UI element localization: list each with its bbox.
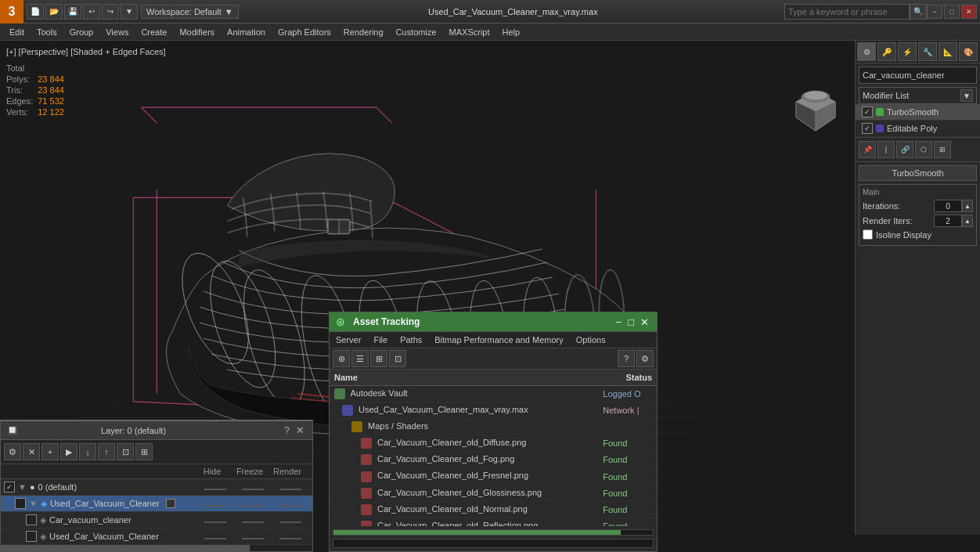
layer-expand-1[interactable]: ▼ <box>29 499 38 508</box>
layer-freeze-3[interactable] <box>234 532 272 541</box>
asset-tool-vault[interactable]: ⊛ <box>333 350 350 367</box>
layer-render-2[interactable] <box>272 515 309 525</box>
layer-hide-1[interactable] <box>196 499 234 508</box>
undo-button[interactable]: ↩ <box>83 4 100 20</box>
layer-tool-delete[interactable]: ✕ <box>23 443 40 460</box>
panel-icon-5[interactable]: 📐 <box>939 42 957 61</box>
asset-tool-help[interactable]: ? <box>618 350 635 367</box>
navigation-cube[interactable] <box>792 88 839 135</box>
asset-tool-settings[interactable]: ⚙ <box>636 350 654 367</box>
workspace-selector[interactable]: Workspace: Default ▼ <box>141 5 239 19</box>
menu-maxscript[interactable]: MAXScript <box>443 26 496 38</box>
menu-edit[interactable]: Edit <box>3 26 31 38</box>
layer-check-2[interactable] <box>26 514 37 525</box>
menu-animation[interactable]: Animation <box>221 26 272 38</box>
menu-graph-editors[interactable]: Graph Editors <box>272 26 337 38</box>
layer-scrollbar-thumb[interactable] <box>1 545 250 551</box>
search-input[interactable] <box>784 4 910 20</box>
modifier-check-1[interactable]: ✓ <box>862 106 873 117</box>
asset-maximize-button[interactable]: □ <box>626 316 636 328</box>
asset-row-5[interactable]: Car_Vacuum_Cleaner_old_Fresnel.png Found <box>330 468 657 485</box>
layer-check-0[interactable]: ✓ <box>4 482 15 492</box>
modifier-check-2[interactable]: ✓ <box>862 123 873 134</box>
asset-table-container[interactable]: Name Status Autodesk Vault Logged O Used… <box>330 370 657 526</box>
asset-menu-options[interactable]: Options <box>573 334 609 346</box>
panel-icon-1[interactable]: ⚙ <box>857 42 876 61</box>
layer-tool-extra2[interactable]: ⊞ <box>135 443 153 460</box>
redo-button[interactable]: ↪ <box>102 4 119 20</box>
layer-hide-3[interactable] <box>196 532 234 541</box>
open-button[interactable]: 📂 <box>45 4 63 20</box>
layer-hide-0[interactable] <box>196 482 234 492</box>
layer-tool-highlight[interactable]: ▶ <box>60 443 77 460</box>
close-button[interactable]: ✕ <box>961 5 977 19</box>
layer-scrollbar[interactable] <box>1 545 312 551</box>
search-button[interactable]: 🔍 <box>910 4 927 20</box>
asset-row-4[interactable]: Car_Vacuum_Cleaner_old_Fog.png Found <box>330 452 657 468</box>
asset-row-1[interactable]: Used_Car_Vacuum_Cleaner_max_vray.max Net… <box>330 402 657 419</box>
panel-icon-4[interactable]: 🔧 <box>918 42 937 61</box>
modifier-transform-button[interactable]: ⬡ <box>915 141 932 158</box>
asset-row-0[interactable]: Autodesk Vault Logged O <box>330 386 657 402</box>
asset-menu-paths[interactable]: Paths <box>397 334 425 346</box>
panel-icon-6[interactable]: 🎨 <box>959 42 978 61</box>
layer-row-3[interactable]: ◈ Used_Car_Vacuum_Cleaner <box>1 529 312 545</box>
layer-row-0[interactable]: ✓ ▼ ● 0 (default) <box>1 479 312 496</box>
layer-row-2[interactable]: ◈ Car_vacuum_cleaner <box>1 512 312 529</box>
layer-freeze-0[interactable] <box>234 482 272 492</box>
menu-customize[interactable]: Customize <box>390 26 443 38</box>
layer-close-button[interactable]: ✕ <box>294 424 306 436</box>
layer-check-1[interactable] <box>15 498 26 509</box>
layer-help-button[interactable]: ? <box>283 424 291 436</box>
layer-tool-move-down[interactable]: ↓ <box>79 443 96 460</box>
asset-menu-server[interactable]: Server <box>333 334 364 346</box>
modifier-turbosmooth[interactable]: ✓ TurboSmooth <box>856 104 980 121</box>
new-button[interactable]: 📄 <box>27 4 44 20</box>
minimize-button[interactable]: − <box>927 5 942 19</box>
layer-color-box-1[interactable] <box>166 499 175 508</box>
ts-render-iters-up[interactable]: ▲ <box>962 215 973 227</box>
panel-icon-2[interactable]: 🔑 <box>877 42 896 61</box>
ts-isoline-checkbox[interactable] <box>863 229 873 240</box>
ts-render-iters-input[interactable] <box>934 215 962 227</box>
modifier-select-button[interactable]: | <box>877 141 895 158</box>
modifier-editablepoly[interactable]: ✓ Editable Poly <box>856 121 980 137</box>
more-button[interactable]: ▼ <box>121 4 138 20</box>
layer-tool-settings[interactable]: ⚙ <box>4 443 21 460</box>
object-name-field[interactable]: Car_vacuum_cleaner <box>859 67 977 84</box>
asset-row-3[interactable]: Car_Vacuum_Cleaner_old_Diffuse.png Found <box>330 435 657 452</box>
asset-row-8[interactable]: Car_Vacuum_Cleaner_old_Reflection.png Fo… <box>330 518 657 526</box>
modifier-list-dropdown[interactable]: ▼ <box>960 89 973 102</box>
asset-tool-view[interactable]: ⊡ <box>389 350 406 367</box>
asset-tool-list[interactable]: ☰ <box>351 350 369 367</box>
ts-iterations-input[interactable] <box>934 200 962 212</box>
layer-check-3[interactable] <box>26 531 37 542</box>
panel-icon-3[interactable]: ⚡ <box>898 42 917 61</box>
layer-expand-0[interactable]: ▼ <box>18 482 27 492</box>
menu-views[interactable]: Views <box>99 26 135 38</box>
asset-row-2[interactable]: Maps / Shaders <box>330 419 657 435</box>
layer-render-0[interactable] <box>272 482 309 492</box>
asset-row-7[interactable]: Car_Vacuum_Cleaner_old_Normal.png Found <box>330 501 657 518</box>
layer-freeze-1[interactable] <box>234 499 272 508</box>
layer-tool-move-up[interactable]: ↑ <box>98 443 115 460</box>
modifier-pin-button[interactable]: 📌 <box>859 141 876 158</box>
menu-tools[interactable]: Tools <box>31 26 63 38</box>
layer-tool-add[interactable]: + <box>41 443 59 460</box>
layer-render-3[interactable] <box>272 532 309 541</box>
menu-help[interactable]: Help <box>496 26 527 38</box>
layer-render-1[interactable] <box>272 499 309 508</box>
menu-group[interactable]: Group <box>63 26 100 38</box>
save-button[interactable]: 💾 <box>64 4 81 20</box>
asset-menu-bitmap[interactable]: Bitmap Performance and Memory <box>431 334 566 346</box>
menu-create[interactable]: Create <box>135 26 173 38</box>
layer-freeze-2[interactable] <box>234 515 272 525</box>
asset-tool-grid[interactable]: ⊞ <box>370 350 387 367</box>
asset-minimize-button[interactable]: − <box>614 316 624 328</box>
asset-close-button[interactable]: ✕ <box>639 316 650 328</box>
layer-hide-2[interactable] <box>196 515 234 525</box>
modifier-link-button[interactable]: 🔗 <box>896 141 913 158</box>
asset-menu-file[interactable]: File <box>370 334 391 346</box>
menu-modifiers[interactable]: Modifiers <box>173 26 221 38</box>
modifier-grid-button[interactable]: ⊞ <box>934 141 951 158</box>
